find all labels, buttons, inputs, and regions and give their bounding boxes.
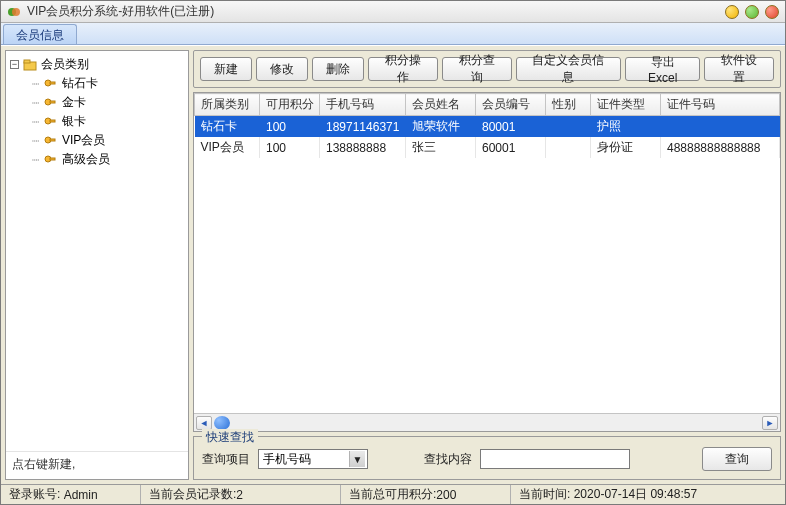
data-grid[interactable]: 所属类别 可用积分 手机号码 会员姓名 会员编号 性别 证件类型 证件号码 钻石 (193, 92, 781, 432)
key-icon (44, 153, 58, 167)
category-tree[interactable]: − 会员类别 ┈ 钻石卡 ┈ 金卡 (6, 51, 188, 451)
collapse-icon[interactable]: − (10, 60, 19, 69)
cell: 张三 (406, 137, 476, 158)
app-window: VIP会员积分系统-好用软件(已注册) 会员信息 − 会员类别 (0, 0, 786, 505)
edit-button[interactable]: 修改 (256, 57, 308, 81)
table-row[interactable]: VIP会员 100 138888888 张三 60001 身份证 4888888… (195, 137, 780, 158)
col-category[interactable]: 所属类别 (195, 94, 260, 116)
tree-node-label: 银卡 (62, 113, 86, 130)
body: − 会员类别 ┈ 钻石卡 ┈ 金卡 (1, 45, 785, 484)
quick-search-legend: 快速查找 (202, 429, 258, 446)
col-id-type[interactable]: 证件类型 (591, 94, 661, 116)
svg-rect-9 (50, 120, 55, 122)
status-count: 当前会员记录数: 2 (141, 485, 341, 504)
status-time-value: 2020-07-14日 09:48:57 (574, 486, 697, 503)
svg-rect-7 (50, 101, 55, 103)
cell: 138888888 (320, 137, 406, 158)
delete-button[interactable]: 删除 (312, 57, 364, 81)
table-row[interactable]: 钻石卡 100 18971146371 旭荣软件 80001 护照 (195, 116, 780, 138)
tree-node-vip[interactable]: ┈ VIP会员 (8, 131, 186, 150)
tree-node-premium[interactable]: ┈ 高级会员 (8, 150, 186, 169)
cell: 100 (260, 116, 320, 138)
cell: 钻石卡 (195, 116, 260, 138)
scroll-right-icon[interactable]: ► (762, 416, 778, 430)
tree-node-label: VIP会员 (62, 132, 105, 149)
tree-connector-icon: ┈ (32, 134, 40, 148)
scroll-thumb[interactable] (214, 416, 230, 430)
status-points-label: 当前总可用积分: (349, 486, 436, 503)
status-time: 当前时间: 2020-07-14日 09:48:57 (511, 485, 785, 504)
tree-root[interactable]: − 会员类别 (8, 55, 186, 74)
close-button[interactable] (765, 5, 779, 19)
cell (546, 116, 591, 138)
tree-node-diamond[interactable]: ┈ 钻石卡 (8, 74, 186, 93)
svg-rect-3 (24, 60, 30, 63)
tabbar: 会员信息 (1, 23, 785, 45)
search-button[interactable]: 查询 (702, 447, 772, 471)
titlebar: VIP会员积分系统-好用软件(已注册) (1, 1, 785, 23)
cell: 身份证 (591, 137, 661, 158)
export-excel-button[interactable]: 导出Excel (625, 57, 700, 81)
status-points-value: 200 (436, 488, 456, 502)
new-button[interactable]: 新建 (200, 57, 252, 81)
scroll-track[interactable] (232, 416, 760, 430)
cell: 80001 (476, 116, 546, 138)
cell (546, 137, 591, 158)
custom-info-button[interactable]: 自定义会员信息 (516, 57, 622, 81)
search-field-value: 手机号码 (263, 451, 311, 468)
tree-connector-icon: ┈ (32, 77, 40, 91)
key-icon (44, 134, 58, 148)
settings-button[interactable]: 软件设置 (704, 57, 774, 81)
tree-node-silver[interactable]: ┈ 银卡 (8, 112, 186, 131)
tree-connector-icon: ┈ (32, 115, 40, 129)
tree-node-label: 高级会员 (62, 151, 110, 168)
toolbar: 新建 修改 删除 积分操作 积分查询 自定义会员信息 导出Excel 软件设置 (193, 50, 781, 88)
col-member-no[interactable]: 会员编号 (476, 94, 546, 116)
status-count-value: 2 (236, 488, 243, 502)
status-account-label: 登录账号: (9, 486, 60, 503)
cell: VIP会员 (195, 137, 260, 158)
status-points: 当前总可用积分: 200 (341, 485, 511, 504)
col-id-number[interactable]: 证件号码 (661, 94, 780, 116)
col-name[interactable]: 会员姓名 (406, 94, 476, 116)
tree-node-gold[interactable]: ┈ 金卡 (8, 93, 186, 112)
quick-search-group: 快速查找 查询项目 手机号码 ▼ 查找内容 查询 (193, 436, 781, 480)
col-points[interactable]: 可用积分 (260, 94, 320, 116)
cell (661, 116, 780, 138)
horizontal-scrollbar[interactable]: ◄ ► (194, 413, 780, 431)
points-query-button[interactable]: 积分查询 (442, 57, 512, 81)
tab-label: 会员信息 (16, 28, 64, 42)
main: 新建 修改 删除 积分操作 积分查询 自定义会员信息 导出Excel 软件设置 (193, 50, 781, 480)
key-icon (44, 96, 58, 110)
points-op-button[interactable]: 积分操作 (368, 57, 438, 81)
svg-point-1 (12, 8, 20, 16)
sidebar-hint: 点右键新建, (6, 451, 188, 479)
grid-header-row: 所属类别 可用积分 手机号码 会员姓名 会员编号 性别 证件类型 证件号码 (195, 94, 780, 116)
tree-node-label: 钻石卡 (62, 75, 98, 92)
col-gender[interactable]: 性别 (546, 94, 591, 116)
app-icon (7, 5, 21, 19)
cell: 60001 (476, 137, 546, 158)
tree-connector-icon: ┈ (32, 153, 40, 167)
search-field-select[interactable]: 手机号码 ▼ (258, 449, 368, 469)
search-field-label: 查询项目 (202, 451, 250, 468)
tree-root-label: 会员类别 (41, 56, 89, 73)
status-count-label: 当前会员记录数: (149, 486, 236, 503)
cell: 护照 (591, 116, 661, 138)
search-content-input[interactable] (480, 449, 630, 469)
minimize-button[interactable] (725, 5, 739, 19)
folder-icon (23, 58, 37, 72)
scroll-left-icon[interactable]: ◄ (196, 416, 212, 430)
maximize-button[interactable] (745, 5, 759, 19)
status-account: 登录账号: Admin (1, 485, 141, 504)
svg-rect-5 (50, 82, 55, 84)
cell: 旭荣软件 (406, 116, 476, 138)
key-icon (44, 115, 58, 129)
col-phone[interactable]: 手机号码 (320, 94, 406, 116)
tree-node-label: 金卡 (62, 94, 86, 111)
svg-rect-13 (50, 158, 55, 160)
tab-member-info[interactable]: 会员信息 (3, 24, 77, 44)
status-time-label: 当前时间: (519, 486, 570, 503)
window-title: VIP会员积分系统-好用软件(已注册) (27, 3, 719, 20)
chevron-down-icon: ▼ (349, 451, 365, 467)
